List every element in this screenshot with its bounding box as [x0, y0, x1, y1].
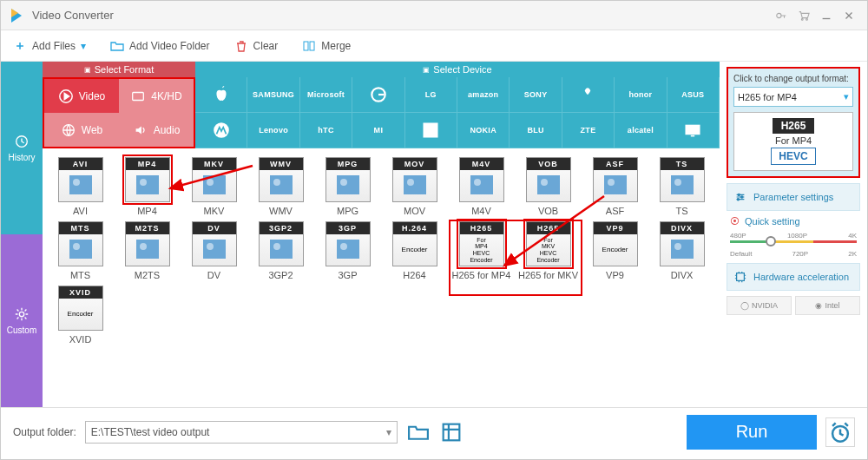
device-mi[interactable]: MI — [352, 113, 404, 148]
format-mp4[interactable]: MP4MP4 — [116, 157, 178, 216]
svg-rect-37 — [604, 175, 627, 194]
svg-rect-56 — [737, 273, 745, 281]
svg-rect-35 — [537, 175, 560, 194]
device-moto[interactable] — [195, 113, 247, 148]
device-htc[interactable]: hTC — [300, 113, 352, 148]
svg-point-54 — [741, 196, 743, 198]
hardware-accel-button[interactable]: Hardware acceleration — [727, 263, 860, 291]
format-h265-for-mp4[interactable]: H265ForMP4HEVCEncoderH265 for MP4 — [450, 221, 512, 280]
format-wmv[interactable]: WMVWMV — [250, 157, 312, 216]
device-oneplus[interactable]: 1+ — [405, 113, 457, 148]
device-zte[interactable]: ZTE — [562, 113, 615, 148]
format-xvid[interactable]: XVIDEncoderXVID — [49, 286, 111, 345]
output-format-header: Click to change output format: — [733, 74, 853, 83]
parameter-settings-button[interactable]: Parameter settings — [727, 183, 860, 211]
svg-rect-29 — [337, 175, 359, 194]
output-format-select[interactable]: H265 for MP4 ▾ — [733, 87, 853, 107]
device-honor[interactable]: honor — [615, 77, 667, 113]
format-3gp[interactable]: 3GP3GP — [317, 221, 378, 280]
format-dv[interactable]: DVDV — [183, 221, 245, 280]
custom-tab[interactable]: Custom — [1, 234, 43, 407]
device-microsoft[interactable]: Microsoft — [300, 77, 352, 113]
svg-rect-41 — [69, 240, 92, 259]
category-web[interactable]: Web — [44, 113, 119, 147]
device-g[interactable] — [352, 77, 404, 113]
svg-point-46 — [207, 243, 214, 250]
svg-rect-57 — [443, 424, 459, 440]
clear-label: Clear — [253, 40, 279, 52]
format-avi[interactable]: AVIAVI — [49, 157, 111, 216]
svg-rect-25 — [203, 175, 226, 194]
device-sony[interactable]: SONY — [510, 77, 562, 113]
device-blu[interactable]: BLU — [510, 113, 562, 148]
nvidia-toggle[interactable]: ◯ NVIDIA — [727, 296, 792, 315]
chevron-down-icon: ▾ — [844, 91, 849, 102]
svg-rect-49 — [337, 240, 359, 259]
key-icon[interactable] — [770, 4, 792, 27]
history-tab[interactable]: History — [1, 62, 43, 234]
svg-point-52 — [674, 243, 681, 250]
svg-point-44 — [140, 243, 147, 250]
main-toolbar: ＋ Add Files ▾ Add Video Folder Clear Mer… — [1, 30, 867, 62]
svg-point-38 — [608, 179, 615, 186]
format-h265-for-mkv[interactable]: H265ForMKVHEVCEncoderH265 for MKV — [517, 221, 579, 280]
add-folder-button[interactable]: Add Video Folder — [110, 39, 210, 53]
schedule-button[interactable] — [825, 417, 855, 447]
format-vob[interactable]: VOBVOB — [517, 157, 579, 216]
output-format-panel: Click to change output format: H265 for … — [727, 67, 860, 178]
merge-label: Merge — [321, 40, 351, 52]
svg-point-50 — [340, 243, 347, 250]
merge-icon — [302, 39, 316, 53]
svg-point-4 — [806, 18, 808, 20]
trash-icon — [234, 39, 248, 53]
svg-point-42 — [73, 243, 80, 250]
intel-toggle[interactable]: ◉ Intel — [795, 296, 860, 315]
device-asus[interactable]: ASUS — [667, 77, 720, 113]
category-audio[interactable]: Audio — [119, 113, 194, 147]
close-button[interactable] — [838, 4, 860, 27]
clear-button[interactable]: Clear — [234, 39, 279, 53]
svg-point-24 — [140, 179, 147, 186]
output-folder-label: Output folder: — [13, 426, 76, 438]
output-folder-input[interactable]: E:\TEST\test video output ▾ — [85, 421, 398, 444]
format-m2ts[interactable]: M2TSM2TS — [116, 221, 178, 280]
cart-icon[interactable] — [792, 4, 815, 27]
device-alcatel[interactable]: alcatel — [615, 113, 667, 148]
format-h264[interactable]: H.264EncoderH264 — [384, 221, 445, 280]
format-ts[interactable]: TSTS — [651, 157, 713, 216]
format-mkv[interactable]: MKVMKV — [183, 157, 245, 216]
format-mts[interactable]: MTSMTS — [49, 221, 111, 280]
svg-marker-13 — [64, 93, 69, 99]
quality-slider[interactable]: 480P1080P4K Default720P2K — [730, 232, 857, 258]
device-huawei[interactable] — [562, 77, 615, 113]
format-mov[interactable]: MOVMOV — [384, 157, 445, 216]
format-3gp2[interactable]: 3GP23GP2 — [250, 221, 312, 280]
add-files-button[interactable]: ＋ Add Files ▾ — [13, 39, 86, 53]
run-button[interactable]: Run — [687, 415, 817, 450]
svg-rect-31 — [404, 175, 426, 194]
device-lenovo[interactable]: Lenovo — [247, 113, 299, 148]
category-4k-hd[interactable]: 4K/HD — [119, 79, 194, 113]
device-lg[interactable]: LG — [405, 77, 457, 113]
format-m4v[interactable]: M4VM4V — [450, 157, 512, 216]
category-panel: Video 4K/HD Web Audio — [43, 77, 195, 148]
merge-button[interactable]: Merge — [302, 39, 351, 53]
device-apple[interactable] — [195, 77, 247, 113]
format-divx[interactable]: DIVXDIVX — [651, 221, 713, 280]
open-folder-button[interactable] — [439, 421, 464, 444]
format-vp9[interactable]: VP9EncoderVP9 — [584, 221, 646, 280]
bottom-bar: Output folder: E:\TEST\test video output… — [1, 407, 867, 456]
svg-rect-33 — [470, 175, 493, 194]
category-video[interactable]: Video — [44, 79, 119, 113]
device-tv[interactable] — [667, 113, 720, 148]
device-samsung[interactable]: SAMSUNG — [247, 77, 299, 113]
device-nokia[interactable]: NOKIA — [457, 113, 510, 148]
device-amazon[interactable]: amazon — [457, 77, 510, 113]
browse-folder-button[interactable] — [406, 421, 431, 444]
format-asf[interactable]: ASFASF — [584, 157, 646, 216]
slider-knob[interactable] — [766, 236, 776, 246]
svg-rect-21 — [69, 175, 92, 194]
svg-point-28 — [273, 179, 280, 186]
minimize-button[interactable] — [815, 4, 838, 27]
format-mpg[interactable]: MPGMPG — [317, 157, 378, 216]
